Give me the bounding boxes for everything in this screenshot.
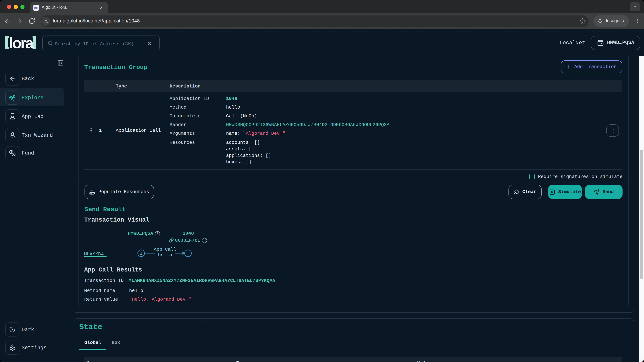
svg-text:1: 1 bbox=[140, 252, 142, 255]
